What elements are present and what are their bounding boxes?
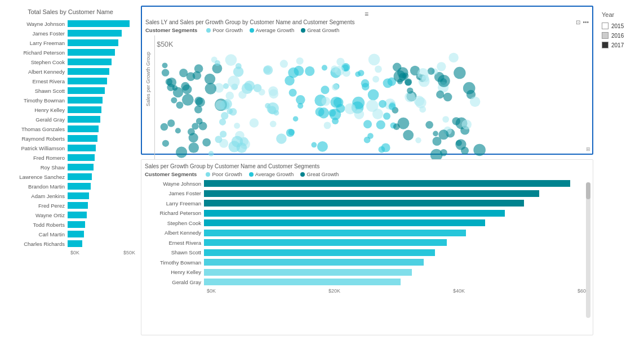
list-item: Wayne Johnson [6, 20, 135, 28]
svg-point-142 [259, 89, 265, 96]
svg-point-140 [321, 97, 330, 106]
svg-point-192 [448, 53, 458, 62]
year-label: 2016 [611, 33, 624, 39]
list-item: Timothy Bowman [145, 258, 589, 266]
bottom-poor-dot [206, 172, 210, 177]
bar-label: Thomas Gonzales [6, 126, 68, 132]
list-item: Todd Roberts [6, 221, 135, 228]
bar-container [68, 106, 135, 113]
bar-fill [68, 106, 101, 113]
svg-point-183 [376, 120, 385, 129]
svg-point-134 [179, 69, 188, 77]
scatter-plot-area: $50K$0K [154, 35, 589, 170]
bottom-bar-label: James Foster [145, 190, 204, 196]
svg-point-175 [394, 70, 406, 83]
panel-handle[interactable]: ≡ [145, 10, 589, 18]
bar-fill [68, 135, 97, 142]
svg-point-197 [172, 85, 178, 91]
svg-point-100 [236, 63, 242, 69]
bar-container [68, 39, 135, 46]
year-checkbox[interactable] [602, 42, 609, 48]
svg-point-47 [208, 151, 214, 156]
svg-point-81 [293, 116, 299, 122]
list-item: Fred Perez [6, 201, 135, 209]
more-icon[interactable]: ••• [583, 19, 589, 25]
resize-handle[interactable]: ⊞ [586, 146, 590, 152]
list-item: Gerald Gray [6, 115, 135, 123]
bottom-bar-fill [204, 269, 412, 276]
bar-fill [68, 231, 84, 237]
svg-point-108 [202, 138, 211, 147]
scrollbar-thumb[interactable] [586, 182, 590, 199]
bar-container [68, 221, 135, 228]
svg-point-124 [470, 96, 481, 107]
svg-point-148 [440, 149, 447, 156]
svg-point-173 [250, 118, 259, 128]
svg-point-133 [225, 92, 234, 100]
year-legend-item[interactable]: 2017 [602, 42, 636, 48]
list-item: Henry Kelley [6, 106, 135, 114]
svg-point-76 [280, 60, 288, 68]
year-checkbox[interactable] [602, 32, 609, 39]
bottom-bar-label: Richard Peterson [145, 210, 204, 216]
list-item: Shawn Scott [145, 249, 589, 257]
year-label: 2015 [611, 23, 624, 29]
svg-point-128 [268, 86, 278, 96]
bar-fill [68, 68, 109, 75]
svg-point-168 [324, 122, 331, 129]
great-growth-label: Great Growth [307, 27, 339, 33]
svg-point-122 [473, 144, 486, 156]
svg-point-190 [443, 93, 452, 102]
bar-label: Albert Kennedy [6, 69, 68, 75]
left-chart-title: Total Sales by Customer Name [6, 8, 135, 15]
panel-actions: ⊡ ••• [576, 19, 589, 25]
left-x-min: $0K [70, 250, 79, 255]
svg-point-143 [362, 83, 369, 90]
svg-point-149 [171, 97, 177, 104]
svg-point-136 [366, 100, 379, 112]
svg-point-97 [286, 129, 295, 137]
svg-point-182 [354, 109, 364, 119]
bar-fill [68, 39, 118, 46]
bar-fill [68, 240, 82, 247]
svg-point-159 [238, 91, 246, 98]
bottom-bar-fill [204, 219, 485, 226]
bottom-bar-container [204, 239, 589, 246]
bar-fill [68, 192, 89, 199]
bottom-bar-container [204, 180, 589, 187]
svg-point-189 [436, 91, 444, 98]
bar-container [68, 192, 135, 199]
svg-point-106 [194, 105, 202, 113]
bar-label: Richard Peterson [6, 50, 68, 56]
right-panel: Year 2015 2016 2017 [599, 6, 638, 335]
svg-point-45 [425, 121, 433, 129]
year-checkbox[interactable] [602, 23, 609, 29]
svg-point-180 [288, 68, 299, 78]
bar-label: Charles Richards [6, 241, 68, 247]
svg-point-23 [315, 107, 324, 116]
scatter-title: Sales LY and Sales per Growth Group by C… [145, 19, 576, 25]
vertical-scrollbar[interactable] [586, 182, 590, 318]
bar-label: Raymond Roberts [6, 136, 68, 142]
list-item: Albert Kennedy [6, 68, 135, 75]
bar-fill [68, 202, 88, 209]
expand-icon[interactable]: ⊡ [576, 19, 580, 25]
bar-label: Carl Martin [6, 231, 68, 237]
dashboard: Total Sales by Customer Name Wayne Johns… [0, 0, 644, 341]
year-legend-item[interactable]: 2015 [602, 23, 636, 29]
bar-fill [68, 154, 95, 161]
year-legend-item[interactable]: 2016 [602, 32, 636, 39]
bar-fill [68, 212, 87, 218]
list-item: Larry Freeman [145, 199, 589, 207]
bottom-bar-container [204, 219, 589, 226]
bar-label: Wayne Johnson [6, 21, 68, 27]
scatter-legend-avg: Average Growth [250, 27, 294, 33]
list-item: Raymond Roberts [6, 134, 135, 142]
bottom-bar-fill [204, 210, 505, 217]
svg-point-69 [162, 62, 168, 68]
bottom-bar-label: Stephen Cook [145, 220, 204, 226]
list-item: Wayne Johnson [145, 180, 589, 187]
svg-point-112 [383, 113, 390, 120]
scatter-legend-title: Customer Segments [145, 27, 197, 33]
bar-container [68, 212, 135, 218]
